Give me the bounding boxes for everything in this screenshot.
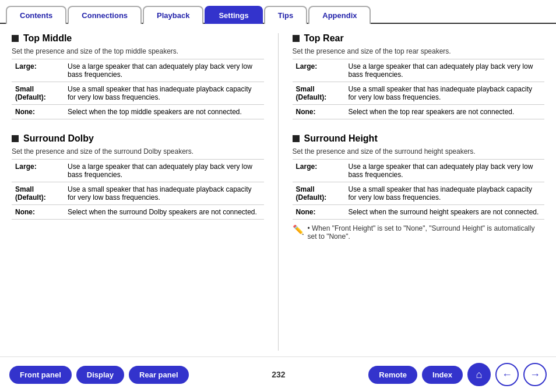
footer-right: Remote Index ⌂ ← →	[368, 363, 547, 386]
note-bullets: When "Front Height" is set to "None", "S…	[308, 224, 545, 241]
def: Use a small speaker that has inadequate …	[345, 82, 545, 105]
term: None:	[293, 105, 345, 119]
footer-left-buttons: Front panel Display Rear panel	[9, 366, 189, 384]
term: None:	[293, 205, 345, 220]
section-top-rear-title: Top Rear	[293, 33, 545, 44]
section-icon	[293, 35, 300, 42]
left-column: Top Middle Set the presence and size of …	[12, 33, 264, 351]
tab-navigation: Contents Connections Playback Settings T…	[0, 0, 556, 24]
term: Small (Default):	[12, 82, 64, 105]
def: Use a small speaker that has inadequate …	[64, 82, 264, 105]
section-top-rear: Top Rear Set the presence and size of th…	[293, 33, 545, 119]
section-icon	[12, 35, 19, 42]
display-button[interactable]: Display	[76, 366, 124, 384]
section-surround-dolby-title: Surround Dolby	[12, 133, 264, 144]
table-row: Large: Use a large speaker that can adeq…	[293, 59, 545, 82]
section-surround-dolby: Surround Dolby Set the presence and size…	[12, 133, 264, 220]
term: Large:	[12, 160, 64, 182]
rear-panel-button[interactable]: Rear panel	[129, 366, 188, 384]
tab-contents[interactable]: Contents	[6, 6, 66, 24]
term: Large:	[293, 59, 345, 82]
remote-button[interactable]: Remote	[368, 366, 417, 384]
footer: Front panel Display Rear panel 232 Remot…	[0, 356, 556, 392]
table-row: Small (Default): Use a small speaker tha…	[293, 82, 545, 105]
index-button[interactable]: Index	[422, 366, 463, 384]
def: Select when the surround Dolby speakers …	[64, 205, 264, 220]
back-button[interactable]: ←	[495, 363, 519, 386]
tab-playback[interactable]: Playback	[143, 6, 203, 24]
def: Select when the surround height speakers…	[345, 205, 545, 220]
section-top-middle-desc: Set the presence and size of the top mid…	[12, 47, 264, 55]
front-panel-button[interactable]: Front panel	[9, 366, 72, 384]
tab-tips[interactable]: Tips	[264, 6, 308, 24]
term: Small (Default):	[293, 182, 345, 205]
table-row: None: Select when the surround height sp…	[293, 205, 545, 220]
def: Use a large speaker that can adequately …	[345, 59, 545, 82]
note-item: When "Front Height" is set to "None", "S…	[308, 224, 545, 241]
def: Use a small speaker that has inadequate …	[64, 182, 264, 205]
def: Use a large speaker that can adequately …	[64, 160, 264, 182]
section-surround-height-desc: Set the presence and size of the surroun…	[293, 147, 545, 156]
section-surround-dolby-desc: Set the presence and size of the surroun…	[12, 147, 264, 156]
table-row: None: Select when the top middle speaker…	[12, 105, 264, 119]
top-rear-table: Large: Use a large speaker that can adeq…	[293, 59, 545, 119]
table-row: Small (Default): Use a small speaker tha…	[12, 82, 264, 105]
section-top-middle: Top Middle Set the presence and size of …	[12, 33, 264, 119]
home-button[interactable]: ⌂	[467, 363, 491, 386]
section-top-rear-desc: Set the presence and size of the top rea…	[293, 47, 545, 55]
term: Large:	[293, 160, 345, 182]
def: Select when the top rear speakers are no…	[345, 105, 545, 119]
table-row: Small (Default): Use a small speaker tha…	[293, 182, 545, 205]
note-icon: ✏️	[293, 224, 304, 235]
section-icon	[293, 135, 300, 142]
table-row: Small (Default): Use a small speaker tha…	[12, 182, 264, 205]
def: Select when the top middle speakers are …	[64, 105, 264, 119]
table-row: Large: Use a large speaker that can adeq…	[293, 160, 545, 182]
section-surround-height-title: Surround Height	[293, 133, 545, 144]
section-top-middle-title: Top Middle	[12, 33, 264, 44]
tab-connections[interactable]: Connections	[68, 6, 142, 24]
right-column: Top Rear Set the presence and size of th…	[293, 33, 545, 351]
table-row: None: Select when the top rear speakers …	[293, 105, 545, 119]
tab-settings[interactable]: Settings	[205, 6, 262, 24]
section-icon	[12, 135, 19, 142]
note-box: ✏️ When "Front Height" is set to "None",…	[293, 224, 545, 241]
table-row: Large: Use a large speaker that can adeq…	[12, 160, 264, 182]
forward-button[interactable]: →	[523, 363, 547, 386]
surround-dolby-table: Large: Use a large speaker that can adeq…	[12, 159, 264, 220]
table-row: Large: Use a large speaker that can adeq…	[12, 59, 264, 82]
def: Use a small speaker that has inadequate …	[345, 182, 545, 205]
surround-height-table: Large: Use a large speaker that can adeq…	[293, 159, 545, 220]
section-surround-height: Surround Height Set the presence and siz…	[293, 133, 545, 241]
term: None:	[12, 105, 64, 119]
top-middle-table: Large: Use a large speaker that can adeq…	[12, 59, 264, 119]
term: Large:	[12, 59, 64, 82]
def: Use a large speaker that can adequately …	[345, 160, 545, 182]
term: Small (Default):	[12, 182, 64, 205]
column-divider	[278, 33, 279, 351]
page-number: 232	[272, 370, 285, 379]
term: Small (Default):	[293, 82, 345, 105]
table-row: None: Select when the surround Dolby spe…	[12, 205, 264, 220]
term: None:	[12, 205, 64, 220]
def: Use a large speaker that can adequately …	[64, 59, 264, 82]
main-content: Top Middle Set the presence and size of …	[0, 24, 556, 356]
tab-appendix[interactable]: Appendix	[308, 6, 371, 24]
